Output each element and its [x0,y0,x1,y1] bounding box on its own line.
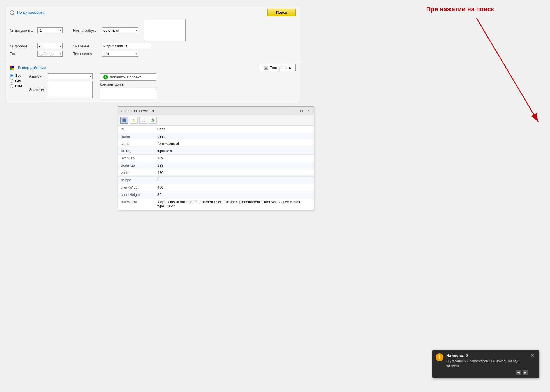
toast-next-btn[interactable]: ▶ [523,370,528,375]
search-type-select[interactable]: textregexexact [102,51,138,57]
properties-title: Свойства элемента [121,109,154,113]
value-input[interactable] [102,43,152,49]
svg-rect-9 [144,121,145,122]
prop-value: 450 [154,184,314,191]
prop-value: 138 [154,162,314,169]
search-icon [10,10,14,15]
action-panel: Выбор действия ≡ Тестировать Set Get Ris… [6,61,300,102]
table-row: classform-control [118,140,314,147]
add-icon: + [103,75,108,79]
prop-value: <input class="form-control" name="user" … [154,198,314,210]
toast-content: Найдено: 0 С указанными параметрами не н… [446,353,528,375]
svg-rect-7 [144,120,145,120]
action-header-row: Выбор действия ≡ Тестировать [10,64,296,71]
prop-key: topInTab [118,162,154,169]
form-number-label: № формы [10,44,35,48]
prop-value: 109 [154,155,314,162]
radio-get[interactable] [10,79,13,83]
svg-rect-0 [123,119,124,120]
toast-title: Найдено: 0 [446,353,528,358]
radio-rise[interactable] [10,84,13,88]
svg-rect-6 [142,120,143,120]
toolbar-lightning-btn[interactable] [130,117,138,124]
value-label: Значение [73,44,100,48]
minimize-button[interactable]: □ [293,108,297,113]
radio-group: Set Get Rise [10,73,22,88]
prop-key: id [118,126,154,133]
radio-set[interactable] [10,74,13,77]
form-number-row: № формы -101 Значение [10,43,296,49]
table-row: outerHtml<input class="form-control" nam… [118,198,314,210]
search-type-label: Тип поиска [73,52,100,56]
test-icon: ≡ [264,66,268,70]
comment-input[interactable] [100,88,156,99]
prop-value: form-control [154,140,314,147]
attr-value-section: Атрибут Значение [29,73,93,98]
svg-rect-3 [124,120,126,122]
table-row: nameuser [118,133,314,140]
radio-set-label[interactable]: Set [10,73,22,78]
svg-rect-1 [124,119,126,120]
pin-button[interactable]: ⊟ [299,108,304,113]
network-icon [151,118,155,122]
toast-warning-icon: ! [436,353,443,361]
toolbar-grid-btn[interactable] [120,117,128,124]
svg-line-15 [477,18,538,122]
grid-icon [122,118,126,122]
toast-prev-btn[interactable]: ◀ [516,370,521,375]
close-button[interactable]: ✕ [306,108,311,113]
test-button[interactable]: ≡ Тестировать [259,64,296,71]
prop-key: clientWidth [118,184,154,191]
prop-value: 36 [154,177,314,184]
attr-name-select[interactable]: outerhtmlidnameclass [102,27,138,33]
attr-combo: Атрибут [29,73,93,79]
properties-panel: Свойства элемента □ ⊟ ✕ [118,106,314,210]
search-panel: Поиск элемента Поиск № документа -101 Им… [6,6,300,61]
attr-name-select-wrapper: outerhtmlidnameclass [102,27,138,33]
doc-number-label: № документа [10,28,35,33]
search-button[interactable]: Поиск [267,9,296,16]
tag-select[interactable]: input:textdivspan [37,51,63,57]
header-controls: □ ⊟ ✕ [293,108,311,113]
properties-table: idusernameuserclassform-controlfullTagin… [118,126,314,210]
prop-key: width [118,169,154,177]
toast-close-btn[interactable]: ✕ [531,353,534,358]
value-textarea[interactable] [48,81,93,98]
table-icon [141,118,145,122]
toast-notification: ! Найдено: 0 С указанными параметрами не… [432,350,539,378]
toolbar-table-btn[interactable] [139,117,147,124]
attr-name-label: Имя атрибута [73,28,100,33]
form-number-select[interactable]: -101 [37,43,63,49]
svg-rect-5 [142,119,145,119]
doc-number-select-wrapper: -101 [37,27,63,33]
table-row: leftInTab109 [118,155,314,162]
prop-value: 36 [154,191,314,198]
radio-rise-label[interactable]: Rise [10,84,22,88]
lightning-icon [132,118,136,122]
radio-get-label[interactable]: Get [10,79,22,83]
tag-row: Тэг input:textdivspan Тип поиска textreg… [10,51,296,57]
table-row: fullTaginput:text [118,147,314,155]
prop-key: clientHeight [118,191,154,198]
comment-section: Комментарий: [100,82,156,99]
annotation: При нажатии на поиск [426,6,494,13]
attr-combo-select[interactable] [48,73,93,79]
add-button[interactable]: + Добавить в проект [100,73,156,81]
preview-box [144,19,186,41]
table-row: width450 [118,169,314,177]
search-row: Поиск элемента Поиск [10,9,296,16]
value-combo: Значение [29,81,93,98]
properties-header: Свойства элемента □ ⊟ ✕ [118,107,314,115]
doc-number-select[interactable]: -101 [37,27,63,33]
tag-select-wrapper: input:textdivspan [37,51,63,57]
toast-message: С указанными параметрами не найден ни од… [446,359,528,368]
action-link[interactable]: Выбор действия [18,66,46,70]
attr-combo-select-wrapper [48,73,93,79]
toolbar-network-btn[interactable] [149,117,157,124]
search-link[interactable]: Поиск элемента [17,10,44,15]
form-number-select-wrapper: -101 [37,43,63,49]
add-comment-section: + Добавить в проект Комментарий: [100,73,156,99]
svg-marker-4 [133,119,135,122]
tag-label: Тэг [10,52,35,56]
prop-key: outerHtml [118,198,154,210]
